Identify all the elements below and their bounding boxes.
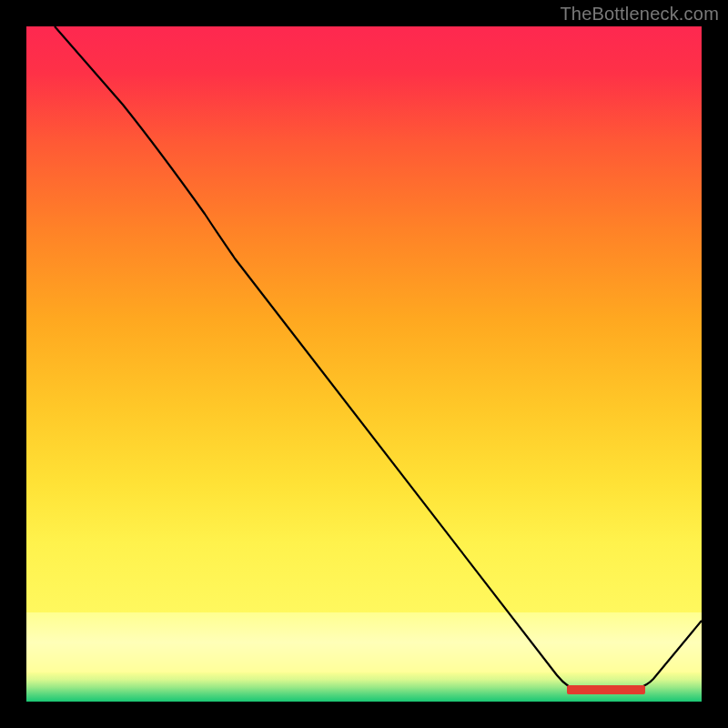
chart-container: TheBottleneck.com (0, 0, 728, 728)
watermark-text: TheBottleneck.com (560, 4, 719, 25)
svg-rect-1 (26, 612, 702, 672)
svg-rect-6 (0, 0, 26, 728)
svg-rect-7 (702, 0, 728, 728)
svg-rect-5 (0, 702, 728, 728)
bottleneck-chart (0, 0, 728, 728)
optimal-marker (567, 685, 645, 694)
plot-area (26, 26, 702, 702)
svg-rect-0 (26, 26, 702, 612)
svg-rect-3 (567, 685, 645, 694)
